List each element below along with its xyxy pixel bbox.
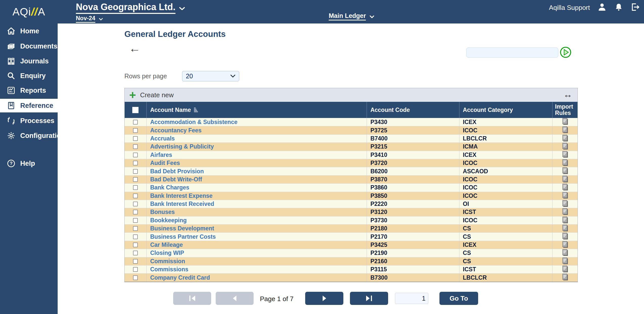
import-rules-icon[interactable] (562, 257, 568, 265)
row-checkbox[interactable] (133, 226, 138, 231)
import-rules-icon[interactable] (562, 241, 568, 249)
account-name-link[interactable]: Closing WIP (150, 250, 184, 256)
account-name-link[interactable]: Commission (150, 258, 185, 265)
row-checkbox[interactable] (133, 210, 138, 214)
goto-page-button[interactable]: Go To (439, 292, 478, 305)
row-checkbox[interactable] (133, 267, 138, 272)
search-input[interactable] (466, 47, 558, 58)
account-name-link[interactable]: Bonuses (150, 209, 175, 215)
column-header-account-code[interactable]: Account Code (367, 102, 459, 118)
sidebar-item-enquiry[interactable]: Enquiry (0, 69, 58, 83)
column-header-account-name[interactable]: Account Name (146, 102, 367, 118)
import-rules-icon[interactable] (562, 151, 568, 159)
account-name-link[interactable]: Accommodation & Subsistence (150, 119, 237, 126)
account-name-link[interactable]: Bookkeeping (150, 217, 187, 224)
import-rules-icon[interactable] (562, 216, 568, 224)
resize-columns-icon[interactable]: ↔ (563, 89, 572, 100)
back-arrow-icon[interactable]: ← (129, 42, 141, 54)
row-checkbox[interactable] (133, 251, 138, 255)
last-page-button[interactable] (350, 292, 388, 305)
sidebar-item-reference[interactable]: Reference (0, 99, 58, 112)
next-page-button[interactable] (305, 292, 343, 305)
plus-icon[interactable]: + (129, 89, 136, 101)
account-name-link[interactable]: Business Partner Costs (150, 233, 216, 240)
import-rules-icon[interactable] (562, 118, 568, 126)
import-rules-icon[interactable] (562, 265, 568, 273)
import-rules-icon[interactable] (562, 126, 568, 134)
previous-page-button[interactable] (216, 292, 254, 305)
company-selector[interactable]: Nova Geographica Ltd. (76, 2, 185, 14)
row-checkbox[interactable] (133, 275, 138, 280)
create-new-button[interactable]: Create new (140, 91, 174, 99)
rows-per-page-select[interactable]: 20 (182, 71, 239, 81)
sidebar-item-help[interactable]: ?Help (0, 157, 58, 170)
sidebar-item-documents[interactable]: Documents (0, 39, 58, 53)
row-checkbox[interactable] (133, 202, 138, 206)
sidebar-item-home[interactable]: Home (0, 24, 58, 38)
sidebar-item-journals[interactable]: Journals (0, 54, 58, 68)
account-name-link[interactable]: Accountancy Fees (150, 127, 202, 134)
sidebar-item-reports[interactable]: Reports (0, 84, 58, 97)
ledger-selector[interactable]: Main Ledger (329, 12, 374, 20)
import-rules-icon[interactable] (562, 249, 568, 257)
account-name-link[interactable]: Bank Charges (150, 184, 189, 191)
bell-icon[interactable] (614, 3, 623, 13)
row-checkbox[interactable] (133, 161, 138, 165)
row-checkbox[interactable] (133, 259, 138, 264)
import-rules-icon[interactable] (562, 159, 568, 167)
import-rules-icon[interactable] (562, 135, 568, 142)
row-checkbox[interactable] (133, 120, 138, 125)
import-rules-icon[interactable] (562, 176, 568, 183)
account-name-link[interactable]: Business Development (150, 225, 214, 232)
import-rules-icon[interactable] (562, 143, 568, 151)
account-name-link[interactable]: Bank Interest Received (150, 201, 214, 207)
period-selector[interactable]: Nov-24 (76, 15, 185, 23)
row-checkbox[interactable] (133, 128, 138, 133)
row-checkbox[interactable] (133, 169, 138, 174)
account-name-cell: Audit Fees (146, 159, 367, 167)
row-checkbox[interactable] (133, 144, 138, 149)
company-name[interactable]: Nova Geographica Ltd. (76, 2, 175, 14)
import-rules-icon[interactable] (562, 167, 568, 175)
account-name-cell: Commissions (146, 265, 367, 273)
row-checkbox[interactable] (133, 243, 138, 247)
import-rules-icon[interactable] (562, 192, 568, 200)
account-name-link[interactable]: Airfares (150, 152, 172, 158)
page-number-input[interactable] (395, 293, 428, 304)
row-checkbox[interactable] (133, 234, 138, 239)
row-checkbox[interactable] (133, 194, 138, 198)
account-name-link[interactable]: Bad Debt Write-Off (150, 176, 202, 183)
account-name-link[interactable]: Bank Interest Expense (150, 192, 213, 199)
first-page-button[interactable] (173, 292, 211, 305)
period-label[interactable]: Nov-24 (76, 15, 95, 23)
import-rules-icon[interactable] (562, 274, 568, 281)
row-checkbox[interactable] (133, 185, 138, 190)
account-name-link[interactable]: Company Credit Card (150, 274, 210, 281)
account-name-link[interactable]: Audit Fees (150, 160, 180, 166)
account-name-link[interactable]: Advertising & Publicity (150, 143, 214, 150)
sort-icon[interactable] (194, 108, 198, 112)
chevron-down-icon (230, 74, 235, 79)
column-header-account-category[interactable]: Account Category (459, 102, 552, 118)
run-search-icon[interactable] (560, 46, 571, 58)
row-checkbox[interactable] (133, 153, 138, 157)
import-rules-icon[interactable] (562, 208, 568, 216)
import-rules-icon[interactable] (562, 233, 568, 240)
import-rules-icon[interactable] (562, 184, 568, 191)
account-name-link[interactable]: Car Mileage (150, 241, 183, 248)
sidebar-item-label: Processes (20, 117, 54, 125)
row-checkbox[interactable] (133, 136, 138, 141)
account-name-link[interactable]: Bad Debt Provision (150, 168, 204, 175)
row-checkbox[interactable] (133, 177, 138, 182)
sidebar-item-processes[interactable]: Processes (0, 114, 58, 128)
import-rules-icon[interactable] (562, 200, 568, 208)
select-all-checkbox[interactable] (132, 107, 139, 113)
sidebar-item-configuration[interactable]: Configuration (0, 129, 58, 142)
row-checkbox[interactable] (133, 218, 138, 223)
logout-icon[interactable] (630, 2, 640, 13)
account-name-link[interactable]: Accruals (150, 135, 175, 142)
user-icon[interactable] (597, 2, 607, 13)
account-name-link[interactable]: Commissions (150, 266, 188, 273)
import-rules-icon[interactable] (562, 225, 568, 232)
ledger-label[interactable]: Main Ledger (329, 12, 366, 20)
